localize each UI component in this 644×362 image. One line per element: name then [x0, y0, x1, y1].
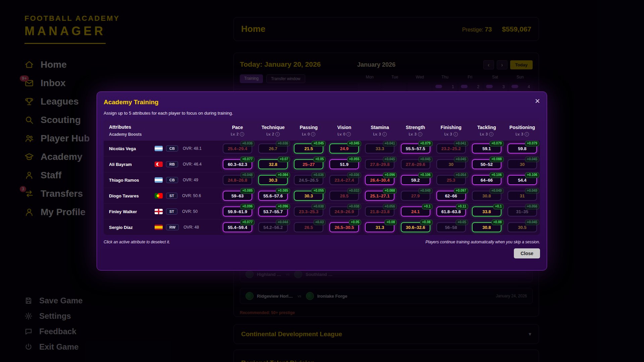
attribute-cell-vision[interactable]: 24.9–26.9+0.038 — [329, 206, 359, 217]
attribute-cell-technique[interactable]: 53.7–55.7+0.096 — [258, 206, 288, 217]
info-icon[interactable]: i — [525, 132, 529, 136]
attribute-cell-technique[interactable]: 26.7+0.036 — [258, 143, 288, 154]
info-icon[interactable]: i — [418, 132, 422, 136]
attribute-cell-stamina[interactable]: 27.8–29.8+0.045 — [365, 159, 394, 169]
attribute-cell-vision[interactable]: 23.4–27.4+0.036 — [329, 175, 359, 185]
boost-badge: +0.079 — [418, 141, 433, 146]
attribute-cell-finishing[interactable]: 25.3+0.054 — [436, 175, 466, 185]
attribute-cell-wrap: 30.8+0.049 — [469, 191, 504, 201]
info-icon[interactable]: i — [275, 132, 280, 136]
column-header-finishing: FinishingLv. 3i — [433, 125, 469, 136]
boost-badge: +0.044 — [276, 220, 290, 225]
attribute-cell-technique[interactable]: 55.6–57.6+0.085 — [258, 191, 288, 201]
attribute-cell-strength[interactable]: 27.6–29.6+0.045 — [401, 159, 430, 169]
player-name: Sergio Díaz — [109, 225, 151, 230]
attribute-cell-technique[interactable]: 54.2–56.2+0.044 — [258, 222, 288, 232]
attribute-cell-positioning[interactable]: 31–35+0.056 — [507, 206, 537, 217]
attribute-cell-positioning[interactable]: 31+0.049 — [507, 191, 537, 201]
attribute-cell-pace[interactable]: 24.8–26.8+0.048 — [223, 175, 252, 185]
attribute-cell-stamina[interactable]: 33.3+0.041 — [365, 143, 394, 154]
attribute-cell-wrap: 61.8–63.8+0.11 — [433, 206, 469, 217]
info-icon[interactable]: i — [240, 132, 244, 136]
boost-badge: +0.077 — [240, 157, 255, 162]
attribute-cell-stamina[interactable]: 21.8–23.8+0.056 — [365, 206, 394, 217]
column-name: Tackling — [469, 125, 504, 130]
attribute-cell-finishing[interactable]: 23.2–25.2+0.041 — [436, 143, 466, 154]
player-row-ali-bayram: Ali BayramRBOVR: 46.460.3–62.3+0.07732.8… — [104, 156, 540, 172]
attribute-cell-pace[interactable]: 59–63+0.085 — [223, 191, 252, 201]
attribute-cell-tackling[interactable]: 50–52+0.088 — [472, 159, 501, 169]
info-icon[interactable]: i — [489, 132, 493, 136]
boost-level: Lv. 0i — [291, 132, 326, 136]
boost-level-label: Lv. 3 — [516, 132, 523, 136]
attribute-cell-strength[interactable]: 24.1+0.1 — [401, 206, 430, 217]
attribute-cell-wrap: 27.9+0.049 — [398, 191, 433, 201]
attribute-cell-stamina[interactable]: 31.3+0.08 — [365, 222, 394, 232]
attribute-cell-passing[interactable]: 26.5+0.03 — [294, 222, 323, 232]
attribute-cell-strength[interactable]: 30.6–32.6+0.08 — [401, 222, 430, 232]
attribute-cell-technique[interactable]: 32.8+0.07 — [258, 159, 288, 169]
boost-badge: +0.036 — [240, 141, 255, 146]
position-badge: CB — [166, 145, 178, 152]
attribute-cell-stamina[interactable]: 26.4–30.4+0.096 — [365, 175, 394, 185]
info-icon[interactable]: i — [382, 132, 387, 136]
boost-badge: +0.08 — [420, 220, 432, 225]
attribute-cell-stamina[interactable]: 25.1–27.1+0.088 — [365, 191, 394, 201]
boost-badge: +0.1 — [493, 204, 504, 209]
modal-notes: Click an active attribute to deselect it… — [104, 240, 540, 244]
attribute-cell-strength[interactable]: 55.5–57.5+0.079 — [401, 143, 430, 154]
attribute-cell-vision[interactable]: 24.9+0.045 — [329, 143, 359, 154]
attribute-cell-passing[interactable]: 21.5+0.045 — [294, 143, 323, 154]
close-button[interactable]: Close — [514, 248, 540, 258]
attribute-cell-passing[interactable]: 23.3–25.3+0.038 — [294, 206, 323, 217]
attribute-cell-vision[interactable]: 26.5–30.5+0.05 — [329, 222, 359, 232]
attribute-cell-finishing[interactable]: 61.8–63.8+0.11 — [436, 206, 466, 217]
info-icon[interactable]: i — [453, 132, 458, 136]
training-table: Attributes Academy Boosts PaceLv. 2iTech… — [104, 120, 540, 235]
attribute-cell-tackling[interactable]: 30.8+0.049 — [472, 191, 501, 201]
boost-badge: +0.05 — [455, 220, 468, 225]
attribute-cell-wrap: 56–58+0.05 — [433, 222, 469, 232]
attribute-cell-vision[interactable]: 28.5+0.033 — [329, 191, 359, 201]
position-badge: RW — [166, 224, 179, 230]
boost-badge: +0.055 — [311, 188, 326, 194]
attribute-cell-tackling[interactable]: 64–66+0.106 — [472, 175, 501, 185]
attribute-value: 26.5–30.5 — [334, 225, 354, 230]
attribute-cell-tackling[interactable]: 30.8+0.08 — [472, 222, 501, 232]
boost-badge: +0.1 — [422, 204, 433, 209]
attribute-cell-technique[interactable]: 30.3+0.084 — [258, 175, 288, 185]
attribute-cell-positioning[interactable]: 30.5+0.045 — [507, 222, 537, 232]
attribute-cell-finishing[interactable]: 56–58+0.05 — [436, 222, 466, 232]
boost-badge: +0.085 — [240, 188, 255, 194]
attribute-cell-positioning[interactable]: 54.4+0.106 — [507, 175, 537, 185]
attribute-cell-pace[interactable]: 25.4–29.4+0.036 — [223, 143, 252, 154]
attribute-cell-tackling[interactable]: 33.8+0.1 — [472, 206, 501, 217]
attribute-cell-pace[interactable]: 59.9–61.9+0.096 — [223, 206, 252, 217]
attribute-cell-wrap: 55.4–59.4+0.077 — [220, 222, 255, 232]
column-name: Strength — [398, 125, 433, 130]
attribute-cell-wrap: 23.4–27.4+0.036 — [326, 175, 362, 185]
attribute-value: 54.4 — [518, 178, 526, 183]
info-icon[interactable]: i — [346, 132, 351, 136]
attribute-cell-passing[interactable]: 24.5–26.5+0.036 — [294, 175, 323, 185]
boost-badge: +0.045 — [383, 157, 397, 162]
attribute-cell-finishing[interactable]: 62–66+0.097 — [436, 191, 466, 201]
attribute-cell-positioning[interactable]: 30+0.045 — [507, 159, 537, 169]
attribute-cell-pace[interactable]: 60.3–62.3+0.077 — [223, 159, 252, 169]
attribute-cell-wrap: 31+0.049 — [504, 191, 540, 201]
attribute-cell-wrap: 25.4–29.4+0.036 — [220, 143, 255, 154]
attribute-cell-tackling[interactable]: 59.1+0.079 — [472, 143, 501, 154]
attribute-cell-passing[interactable]: 30.3+0.055 — [294, 191, 323, 201]
attribute-cell-finishing[interactable]: 30+0.045 — [436, 159, 466, 169]
close-icon[interactable]: × — [535, 97, 540, 105]
attribute-cell-strength[interactable]: 27.9+0.049 — [401, 191, 430, 201]
boost-badge: +0.077 — [240, 220, 255, 225]
attribute-cell-vision[interactable]: 51.9+0.055 — [329, 159, 359, 169]
attribute-cell-strength[interactable]: 59.2+0.106 — [401, 175, 430, 185]
info-icon[interactable]: i — [311, 132, 315, 136]
attribute-cell-wrap: 21.5+0.045 — [291, 143, 326, 154]
attribute-value: 30.3 — [305, 193, 313, 198]
attribute-cell-passing[interactable]: 25–27+0.05 — [294, 159, 323, 169]
attribute-cell-pace[interactable]: 55.4–59.4+0.077 — [223, 222, 252, 232]
attribute-cell-positioning[interactable]: 59.8+0.079 — [507, 143, 537, 154]
